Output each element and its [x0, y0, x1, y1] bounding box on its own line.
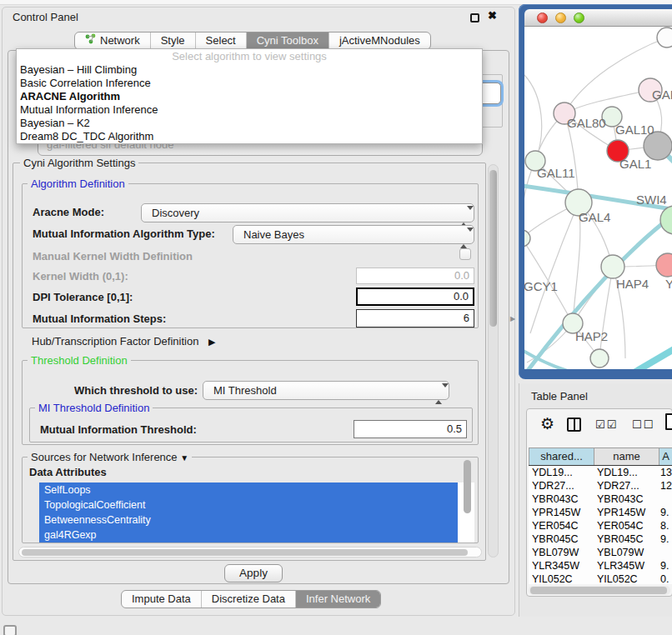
network-icon: [85, 32, 96, 49]
dpi-tolerance-label: DPI Tolerance [0,1]:: [33, 291, 133, 303]
settings-horizontal-scrollbar: [18, 547, 482, 558]
table-row[interactable]: YBR043CYBR043C: [529, 492, 672, 506]
table-cell: YER054C: [597, 519, 657, 532]
table-cell: YDR27...: [532, 479, 594, 492]
network-edge[interactable]: [524, 161, 535, 238]
network-node[interactable]: [656, 253, 672, 277]
algorithm-option[interactable]: Bayesian – K2: [17, 117, 482, 130]
network-node-label: GAL1: [619, 157, 651, 171]
network-node-label: HAP4: [616, 277, 649, 291]
data-attribute-item[interactable]: gal4RGexp: [39, 528, 458, 542]
network-node[interactable]: [590, 349, 609, 368]
tab-network[interactable]: Network: [75, 32, 150, 49]
algorithm-option[interactable]: Mutual Information Inference: [17, 103, 482, 117]
tab-impute-data[interactable]: Impute Data: [122, 591, 201, 608]
network-node-label: GAL: [652, 88, 672, 102]
network-edge[interactable]: [619, 348, 672, 369]
close-panel-icon[interactable]: ✖: [488, 9, 497, 22]
table-row[interactable]: YIL052CYIL052C0.: [529, 572, 672, 584]
table-cell: YIL052C: [597, 572, 657, 584]
gear-icon[interactable]: ⚙: [540, 414, 554, 433]
dpi-tolerance-field[interactable]: 0.0: [356, 288, 474, 306]
table-cell: 13: [660, 466, 672, 479]
tab-infer-network[interactable]: Infer Network: [295, 591, 380, 608]
table-row[interactable]: YDR27...YDR27...12: [529, 479, 672, 492]
network-node[interactable]: [601, 255, 624, 278]
minimized-panel-icon[interactable]: [3, 625, 17, 635]
data-attribute-item[interactable]: TopologicalCoefficient: [39, 498, 458, 512]
table-cell: 12: [660, 479, 672, 492]
algorithm-option[interactable]: Dream8 DC_TDC Algorithm: [17, 130, 482, 143]
manual-kernel-checkbox[interactable]: [459, 248, 471, 260]
kernel-width-field[interactable]: 0.0: [356, 268, 474, 284]
expander-arrow-icon: ▶: [208, 337, 215, 347]
tab-cyni-toolbox[interactable]: Cyni Toolbox: [246, 32, 328, 49]
table-row[interactable]: YPR145WYPR145W9.: [529, 506, 672, 519]
data-attribute-item[interactable]: BetweennessCentrality: [39, 512, 458, 528]
algorithm-option[interactable]: ARACNE Algorithm: [17, 90, 482, 103]
mi-steps-field[interactable]: 6: [356, 309, 474, 328]
network-node[interactable]: [660, 206, 672, 234]
sources-group-title[interactable]: Sources for Network Inference ▼: [28, 451, 192, 463]
threshold-definition-group: Threshold Definition Which threshold to …: [22, 360, 479, 445]
table-cell: YBL079W: [532, 546, 594, 559]
application-window: Control Panel ✖ Network Style Select Cyn…: [0, 0, 672, 635]
mi-threshold-group: MI Threshold Definition Mutual Informati…: [29, 408, 473, 442]
columns-icon[interactable]: [567, 418, 581, 432]
network-node-label: GAL4: [579, 210, 610, 224]
data-attribute-item[interactable]: SelfLoops: [39, 482, 458, 498]
column-header-clipped[interactable]: A: [659, 448, 672, 465]
table-row[interactable]: YDL19...YDL19...13: [529, 466, 672, 479]
table-cell: YPR145W: [532, 506, 594, 519]
aracne-mode-combo[interactable]: Discovery: [141, 203, 474, 222]
which-threshold-combo[interactable]: MI Threshold: [203, 381, 449, 400]
tab-discretize-data-label: Discretize Data: [212, 591, 285, 608]
panel-splitter-handle[interactable]: ▶: [510, 315, 515, 322]
tab-discretize-data[interactable]: Discretize Data: [201, 591, 295, 608]
select-all-columns-icon[interactable]: ☑☑: [595, 418, 618, 431]
table-cell: 0.: [660, 572, 672, 584]
algorithm-dropdown-placeholder: Select algorithm to view settings: [17, 49, 482, 63]
network-canvas[interactable]: GALGAL80GAL10GAL1GAL11GAL4SWI4GCY1HAP4YH…: [524, 27, 672, 369]
hscrollbar-thumb[interactable]: [22, 549, 468, 556]
network-window-titlebar[interactable]: [524, 9, 672, 27]
table-row[interactable]: YER054CYER054C8.: [529, 519, 672, 532]
table-row[interactable]: YLR345WYLR345W9.: [529, 559, 672, 572]
network-node-label: SWI4: [636, 192, 667, 207]
cyni-algorithm-settings-group: Cyni Algorithm Settings Algorithm Defini…: [13, 162, 486, 561]
algorithm-option[interactable]: Basic Correlation Inference: [17, 77, 482, 90]
table-cell: YBR045C: [532, 532, 594, 546]
mi-type-value: Naive Bayes: [243, 228, 304, 241]
file-icon[interactable]: [665, 413, 672, 430]
table-header: shared... name A: [529, 448, 672, 466]
table-horizontal-scrollbar: [529, 586, 670, 595]
tab-select[interactable]: Select: [195, 32, 246, 49]
table-cell: YDL19...: [597, 466, 657, 479]
algorithm-option[interactable]: Bayesian – Hill Climbing: [17, 63, 482, 77]
column-header-shared[interactable]: shared...: [529, 448, 594, 465]
float-panel-icon[interactable]: [470, 13, 479, 22]
vscrollbar-thumb[interactable]: [489, 170, 497, 327]
network-edge[interactable]: [524, 75, 542, 161]
control-panel: Control Panel ✖ Network Style Select Cyn…: [2, 7, 515, 616]
apply-button[interactable]: Apply: [224, 564, 283, 582]
table-row[interactable]: YBR045CYBR045C9.: [529, 532, 672, 546]
network-node[interactable]: [657, 28, 672, 48]
close-window-icon[interactable]: [537, 12, 548, 23]
deselect-all-columns-icon[interactable]: ☐☐: [632, 418, 654, 431]
hub-definition-expander[interactable]: Hub/Transcription Factor Definition ▶: [32, 335, 215, 348]
column-header-name[interactable]: name: [594, 448, 659, 465]
table-cell: YIL052C: [532, 572, 594, 584]
mi-threshold-field[interactable]: 0.5: [354, 420, 467, 438]
zoom-window-icon[interactable]: [574, 12, 584, 23]
table-hscrollbar-thumb[interactable]: [530, 587, 667, 594]
mi-type-combo[interactable]: Naive Bayes: [233, 225, 474, 244]
table-cell: YBR043C: [597, 492, 657, 506]
minimize-window-icon[interactable]: [555, 12, 566, 23]
attributes-scrollbar-thumb[interactable]: [464, 460, 471, 513]
algorithm-dropdown-popup: Select algorithm to view settings Bayesi…: [16, 48, 483, 144]
table-row[interactable]: YBL079WYBL079W: [529, 546, 672, 559]
tab-style[interactable]: Style: [150, 32, 195, 49]
mi-threshold-title: MI Threshold Definition: [35, 402, 153, 414]
tab-jactivemnodules[interactable]: jActiveMNodules: [328, 32, 430, 49]
